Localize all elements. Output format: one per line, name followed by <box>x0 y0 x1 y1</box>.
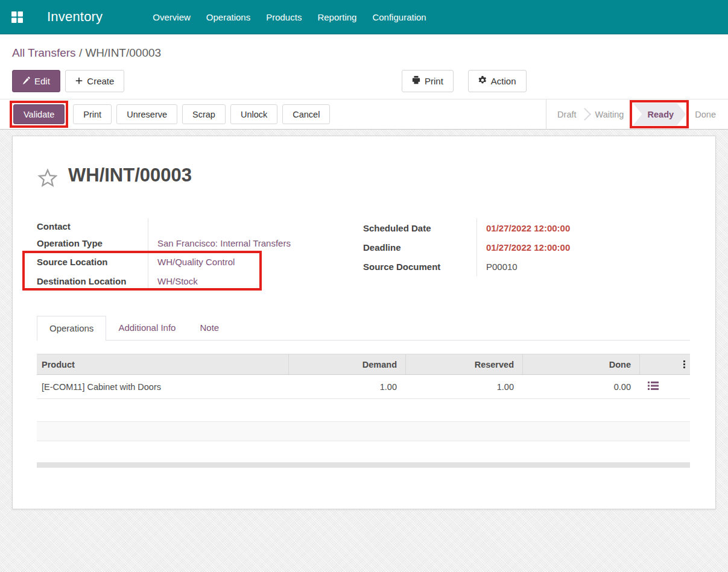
statusbar: Validate Print Unreserve Scrap Unlock Ca… <box>0 99 728 129</box>
field-destination-location: Destination Location WH/Stock <box>37 271 350 291</box>
stage-waiting[interactable]: Waiting <box>595 110 624 119</box>
table-row[interactable]: [E-COM11] Cabinet with Doors 1.00 1.00 0… <box>37 375 690 399</box>
create-button[interactable]: Create <box>65 70 124 92</box>
empty-space <box>37 441 690 462</box>
record-title: WH/INT/00003 <box>68 165 192 186</box>
plus-icon <box>75 76 83 86</box>
empty-stripe-row <box>37 421 690 441</box>
tab-note[interactable]: Note <box>188 316 231 340</box>
cell-demand: 1.00 <box>288 375 405 398</box>
column-header-reserved[interactable]: Reserved <box>405 354 522 374</box>
cancel-button[interactable]: Cancel <box>282 104 330 124</box>
field-scheduled-date: Scheduled Date 01/27/2022 12:00:00 <box>363 218 690 237</box>
field-source-document: Source Document P00010 <box>363 257 690 276</box>
annotation-box-ready: Ready <box>630 100 689 128</box>
horizontal-scrollbar[interactable] <box>37 462 690 468</box>
table-header: Product Demand Reserved Done <box>37 354 690 375</box>
form-sheet: WH/INT/00003 Contact Operation Type San … <box>12 136 716 509</box>
scrap-button[interactable]: Scrap <box>182 104 226 124</box>
field-contact: Contact <box>37 218 350 234</box>
unreserve-button[interactable]: Unreserve <box>116 104 177 124</box>
breadcrumb: All Transfers / WH/INT/00003 <box>0 44 728 62</box>
stage-ready[interactable]: Ready <box>633 103 686 125</box>
operations-table: Product Demand Reserved Done [E-COM11] C… <box>37 354 690 468</box>
favorite-star-icon[interactable] <box>37 168 59 192</box>
fields-left-group: Contact Operation Type San Francisco: In… <box>37 218 350 291</box>
stage-divider <box>546 99 546 129</box>
optional-columns-cell <box>639 354 690 374</box>
chevron-right-icon <box>578 108 590 121</box>
content-area: WH/INT/00003 Contact Operation Type San … <box>0 130 728 572</box>
navbar-menu: Overview Operations Products Reporting C… <box>145 0 434 34</box>
stage-done[interactable]: Done <box>695 110 716 119</box>
field-operation-type: Operation Type San Francisco: Internal T… <box>37 234 350 252</box>
breadcrumb-parent[interactable]: All Transfers <box>12 46 76 59</box>
detailed-operations-icon[interactable] <box>648 382 659 392</box>
app-title[interactable]: Inventory <box>47 9 103 25</box>
column-header-done[interactable]: Done <box>522 354 639 374</box>
pencil-icon <box>22 76 30 86</box>
tab-operations[interactable]: Operations <box>37 316 106 341</box>
title-row: WH/INT/00003 <box>37 159 690 192</box>
nav-item-products[interactable]: Products <box>258 0 309 34</box>
cell-detailed-operations <box>639 375 690 398</box>
print-report-button[interactable]: Print <box>73 104 112 124</box>
stage-draft[interactable]: Draft <box>557 110 576 119</box>
print-button[interactable]: Print <box>402 70 454 92</box>
nav-item-operations[interactable]: Operations <box>198 0 258 34</box>
column-header-demand[interactable]: Demand <box>288 354 405 374</box>
fields-right-group: Scheduled Date 01/27/2022 12:00:00 Deadl… <box>363 218 690 291</box>
nav-item-reporting[interactable]: Reporting <box>309 0 364 34</box>
breadcrumb-separator: / <box>79 46 82 59</box>
stage-pipeline: Draft Waiting Ready Done <box>546 99 718 129</box>
edit-button[interactable]: Edit <box>12 70 60 92</box>
field-deadline: Deadline 01/27/2022 12:00:00 <box>363 237 690 257</box>
column-header-product[interactable]: Product <box>37 354 288 374</box>
cell-product: [E-COM11] Cabinet with Doors <box>37 375 288 398</box>
vertical-ellipsis-icon[interactable] <box>683 360 685 368</box>
control-panel: All Transfers / WH/INT/00003 Edit Create… <box>0 34 728 130</box>
gear-icon <box>478 76 487 86</box>
apps-grid-icon[interactable] <box>11 11 23 23</box>
nav-item-configuration[interactable]: Configuration <box>364 0 434 34</box>
validate-button[interactable]: Validate <box>13 104 65 124</box>
cell-reserved: 1.00 <box>405 375 522 398</box>
cell-done: 0.00 <box>522 375 639 398</box>
notebook-tabs: Operations Additional Info Note <box>37 316 690 341</box>
nav-item-overview[interactable]: Overview <box>145 0 198 34</box>
field-source-location: Source Location WH/Quality Control <box>37 252 350 271</box>
annotation-box-validate: Validate <box>10 101 68 128</box>
breadcrumb-current: WH/INT/00003 <box>85 46 161 59</box>
unlock-button[interactable]: Unlock <box>230 104 277 124</box>
action-button[interactable]: Action <box>468 70 527 92</box>
tab-additional-info[interactable]: Additional Info <box>106 316 188 340</box>
control-panel-buttons: Edit Create Print Action <box>0 70 728 92</box>
fields-section: Contact Operation Type San Francisco: In… <box>37 218 690 291</box>
printer-icon <box>412 76 420 86</box>
empty-space <box>37 399 690 421</box>
top-navbar: Inventory Overview Operations Products R… <box>0 0 728 34</box>
